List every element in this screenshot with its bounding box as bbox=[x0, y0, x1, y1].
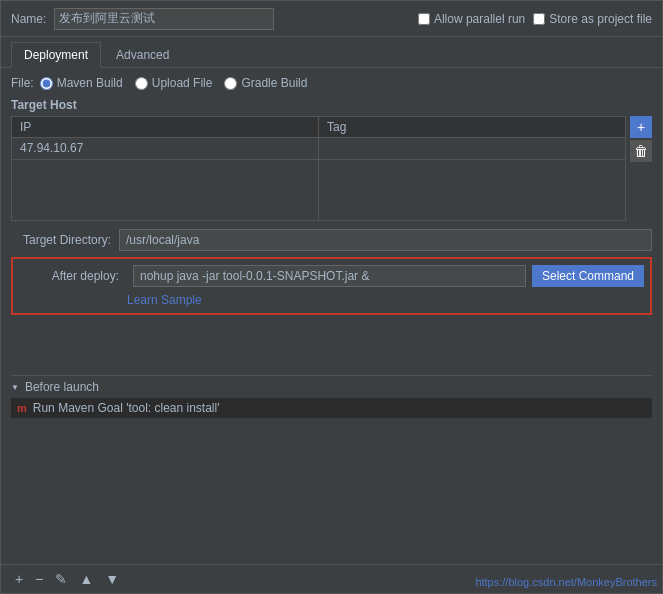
tabs-bar: Deployment Advanced bbox=[1, 37, 662, 68]
ip-cell: 47.94.10.67 bbox=[12, 138, 319, 159]
expand-icon: ▼ bbox=[11, 383, 19, 392]
up-toolbar-button[interactable]: ▲ bbox=[75, 569, 97, 589]
tab-deployment[interactable]: Deployment bbox=[11, 42, 101, 68]
tag-empty-cell bbox=[319, 160, 625, 220]
after-deploy-input[interactable] bbox=[133, 265, 526, 287]
file-radio-group: Maven Build Upload File Gradle Build bbox=[40, 76, 308, 90]
tag-cell bbox=[319, 138, 625, 159]
before-launch-label: Before launch bbox=[25, 380, 99, 394]
name-label: Name: bbox=[11, 12, 46, 26]
add-host-button[interactable]: + bbox=[630, 116, 652, 138]
remove-toolbar-button[interactable]: − bbox=[31, 569, 47, 589]
host-empty-row bbox=[12, 160, 625, 220]
remove-host-button[interactable]: 🗑 bbox=[630, 140, 652, 162]
tab-advanced[interactable]: Advanced bbox=[103, 42, 182, 68]
before-launch-item-text: Run Maven Goal 'tool: clean install' bbox=[33, 401, 220, 415]
maven-icon: m bbox=[17, 402, 27, 414]
target-host-label: Target Host bbox=[11, 98, 652, 112]
edit-toolbar-button[interactable]: ✎ bbox=[51, 569, 71, 589]
watermark-text: https://blog.csdn.net/MonkeyBrothers bbox=[475, 576, 657, 588]
tag-column-header: Tag bbox=[319, 117, 625, 137]
main-content: File: Maven Build Upload File Gradle Bui… bbox=[1, 68, 662, 564]
gradle-build-option[interactable]: Gradle Build bbox=[224, 76, 307, 90]
file-label: File: bbox=[11, 76, 34, 90]
add-toolbar-button[interactable]: + bbox=[11, 569, 27, 589]
select-command-button[interactable]: Select Command bbox=[532, 265, 644, 287]
before-launch-header: ▼ Before launch bbox=[11, 380, 652, 394]
allow-parallel-checkbox[interactable] bbox=[418, 13, 430, 25]
maven-build-option[interactable]: Maven Build bbox=[40, 76, 123, 90]
store-as-project-label: Store as project file bbox=[549, 12, 652, 26]
title-bar: Name: Allow parallel run Store as projec… bbox=[1, 1, 662, 37]
host-table-header: IP Tag bbox=[12, 117, 625, 138]
before-launch-section: ▼ Before launch m Run Maven Goal 'tool: … bbox=[11, 375, 652, 418]
name-input[interactable] bbox=[54, 8, 274, 30]
after-deploy-label: After deploy: bbox=[19, 269, 119, 283]
target-directory-label: Target Directory: bbox=[11, 233, 111, 247]
learn-sample-link[interactable]: Learn Sample bbox=[127, 293, 202, 307]
target-directory-row: Target Directory: bbox=[11, 229, 652, 251]
after-deploy-section: After deploy: Select Command Learn Sampl… bbox=[11, 257, 652, 315]
ip-column-header: IP bbox=[12, 117, 319, 137]
file-row: File: Maven Build Upload File Gradle Bui… bbox=[11, 76, 652, 90]
allow-parallel-group: Allow parallel run bbox=[418, 12, 525, 26]
host-buttons: + 🗑 bbox=[626, 116, 652, 221]
before-launch-item-1[interactable]: m Run Maven Goal 'tool: clean install' bbox=[11, 398, 652, 418]
bottom-toolbar: + − ✎ ▲ ▼ https://blog.csdn.net/MonkeyBr… bbox=[1, 564, 662, 593]
down-toolbar-button[interactable]: ▼ bbox=[101, 569, 123, 589]
allow-parallel-label: Allow parallel run bbox=[434, 12, 525, 26]
target-directory-input[interactable] bbox=[119, 229, 652, 251]
dialog-container: Name: Allow parallel run Store as projec… bbox=[0, 0, 663, 594]
store-as-project-group: Store as project file bbox=[533, 12, 652, 26]
host-panel: IP Tag 47.94.10.67 + 🗑 bbox=[11, 116, 652, 221]
host-table: IP Tag 47.94.10.67 bbox=[11, 116, 626, 221]
store-as-project-checkbox[interactable] bbox=[533, 13, 545, 25]
upload-file-option[interactable]: Upload File bbox=[135, 76, 213, 90]
host-row-1[interactable]: 47.94.10.67 bbox=[12, 138, 625, 160]
ip-empty-cell bbox=[12, 160, 319, 220]
after-deploy-row: After deploy: Select Command bbox=[19, 265, 644, 287]
